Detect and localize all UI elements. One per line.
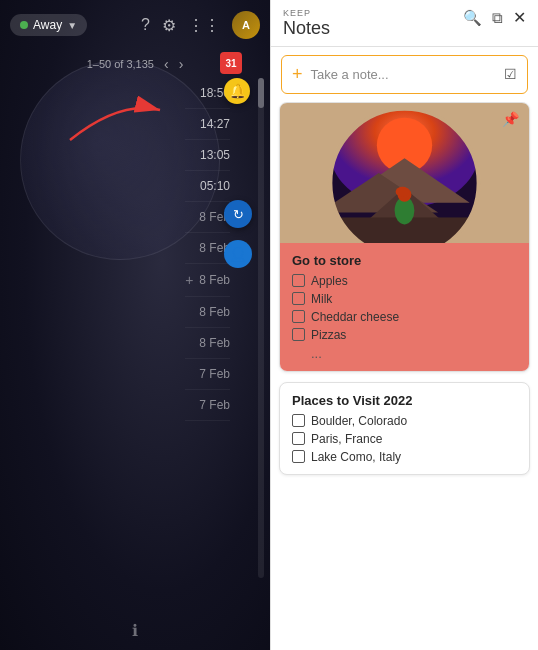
pin-icon: 📌 bbox=[502, 111, 519, 127]
checklist-item-boulder: Boulder, Colorado bbox=[292, 414, 517, 428]
checkbox-paris[interactable] bbox=[292, 432, 305, 445]
checklist-item-paris: Paris, France bbox=[292, 432, 517, 446]
checklist-item-pizzas: Pizzas bbox=[292, 328, 517, 342]
date-item: + 8 Feb bbox=[185, 264, 230, 297]
keep-header-actions: 🔍 ⧉ ✕ bbox=[463, 8, 526, 27]
keep-title: Notes bbox=[283, 18, 330, 40]
add-note-icon[interactable]: + bbox=[292, 64, 303, 85]
settings-icon[interactable]: ⚙ bbox=[162, 16, 176, 35]
checkbox-boulder[interactable] bbox=[292, 414, 305, 427]
checklist-label-pizzas: Pizzas bbox=[311, 328, 346, 342]
note-card-image: 📌 bbox=[280, 103, 529, 243]
note-input-left: + Take a note... bbox=[292, 64, 389, 85]
sync-icon: ↻ bbox=[233, 207, 244, 222]
info-icon[interactable]: ℹ bbox=[132, 621, 138, 640]
note-title-places: Places to Visit 2022 bbox=[292, 393, 517, 408]
user-avatar-dot bbox=[20, 21, 28, 29]
grid-icon[interactable]: ⋮⋮ bbox=[188, 16, 220, 35]
popout-icon[interactable]: ⧉ bbox=[492, 9, 503, 27]
note-card-places[interactable]: Places to Visit 2022 Boulder, Colorado P… bbox=[279, 382, 530, 475]
note-title: Go to store bbox=[292, 253, 517, 268]
note-more-indicator: ... bbox=[292, 346, 517, 361]
checklist-item-apples: Apples bbox=[292, 274, 517, 288]
keep-title-block: KEEP Notes bbox=[283, 8, 330, 40]
date-item: 7 Feb bbox=[185, 390, 230, 421]
keep-title-row: KEEP Notes 🔍 ⧉ ✕ bbox=[283, 8, 526, 40]
pagination-text: 1–50 of 3,135 bbox=[87, 58, 154, 70]
help-icon[interactable]: ? bbox=[141, 16, 150, 34]
note-checklist: Apples Milk Cheddar cheese Pizzas bbox=[292, 274, 517, 342]
time-list: 18:50 14:27 13:05 05:10 8 Feb 8 Feb + 8 … bbox=[185, 78, 230, 421]
date-item: 8 Feb bbox=[185, 233, 230, 264]
user-status-badge[interactable]: Away ▼ bbox=[10, 14, 87, 36]
yellow-notification-badge[interactable]: 🔔 bbox=[224, 78, 250, 104]
places-checklist: Boulder, Colorado Paris, France Lake Com… bbox=[292, 414, 517, 464]
person-notification-badge[interactable]: 👤 bbox=[224, 240, 252, 268]
date-item: 8 Feb bbox=[185, 328, 230, 359]
checkbox-pizzas[interactable] bbox=[292, 328, 305, 341]
date-item: 7 Feb bbox=[185, 359, 230, 390]
search-icon[interactable]: 🔍 bbox=[463, 9, 482, 27]
checklist-item-milk: Milk bbox=[292, 292, 517, 306]
date-item: 8 Feb bbox=[185, 202, 230, 233]
svg-point-12 bbox=[396, 186, 410, 196]
note-input-placeholder[interactable]: Take a note... bbox=[311, 67, 389, 82]
time-item: 05:10 bbox=[185, 171, 230, 202]
checklist-label-cheddar: Cheddar cheese bbox=[311, 310, 399, 324]
checklist-label-lakecomo: Lake Como, Italy bbox=[311, 450, 401, 464]
arrow-annotation bbox=[60, 90, 180, 154]
pagination-prev-icon[interactable]: ‹ bbox=[164, 56, 169, 72]
dropdown-arrow-icon: ▼ bbox=[67, 20, 77, 31]
user-avatar[interactable]: A bbox=[232, 11, 260, 39]
checklist-icon[interactable]: ☑ bbox=[504, 66, 517, 82]
sync-notification-badge[interactable]: ↻ bbox=[224, 200, 252, 228]
plus-row-icon[interactable]: + bbox=[185, 272, 193, 288]
checklist-label-apples: Apples bbox=[311, 274, 348, 288]
keep-app-label: KEEP bbox=[283, 8, 330, 18]
checklist-label-milk: Milk bbox=[311, 292, 332, 306]
checkbox-lakecomo[interactable] bbox=[292, 450, 305, 463]
time-item: 13:05 bbox=[185, 140, 230, 171]
left-scrollbar-thumb bbox=[258, 78, 264, 108]
notes-list: 📌 bbox=[271, 102, 538, 650]
left-scrollbar[interactable] bbox=[258, 78, 264, 578]
top-bar: Away ▼ ? ⚙ ⋮⋮ A bbox=[0, 0, 270, 50]
note-input-bar[interactable]: + Take a note... ☑ bbox=[281, 55, 528, 94]
note-card-go-to-store[interactable]: 📌 bbox=[279, 102, 530, 372]
checklist-item-cheddar: Cheddar cheese bbox=[292, 310, 517, 324]
checklist-label-boulder: Boulder, Colorado bbox=[311, 414, 407, 428]
checkbox-cheddar[interactable] bbox=[292, 310, 305, 323]
user-status-label: Away bbox=[33, 18, 62, 32]
checklist-item-lakecomo: Lake Como, Italy bbox=[292, 450, 517, 464]
close-icon[interactable]: ✕ bbox=[513, 8, 526, 27]
bell-icon: 🔔 bbox=[229, 83, 246, 99]
checkbox-milk[interactable] bbox=[292, 292, 305, 305]
pagination-next-icon[interactable]: › bbox=[179, 56, 184, 72]
checkbox-apples[interactable] bbox=[292, 274, 305, 287]
left-panel: Away ▼ ? ⚙ ⋮⋮ A 1–50 of 3,135 ‹ › 31 🔔 bbox=[0, 0, 270, 650]
top-icon-group: ? ⚙ ⋮⋮ A bbox=[141, 11, 260, 39]
keep-panel: KEEP Notes 🔍 ⧉ ✕ + Take a note... ☑ 📌 bbox=[270, 0, 538, 650]
person-icon: 👤 bbox=[230, 247, 246, 262]
checklist-label-paris: Paris, France bbox=[311, 432, 382, 446]
time-item: 14:27 bbox=[185, 109, 230, 140]
keep-header: KEEP Notes 🔍 ⧉ ✕ bbox=[271, 0, 538, 47]
note-card-body: Go to store Apples Milk Cheddar cheese bbox=[280, 243, 529, 371]
date-item: 8 Feb bbox=[185, 297, 230, 328]
calendar-badge: 31 bbox=[220, 52, 242, 74]
